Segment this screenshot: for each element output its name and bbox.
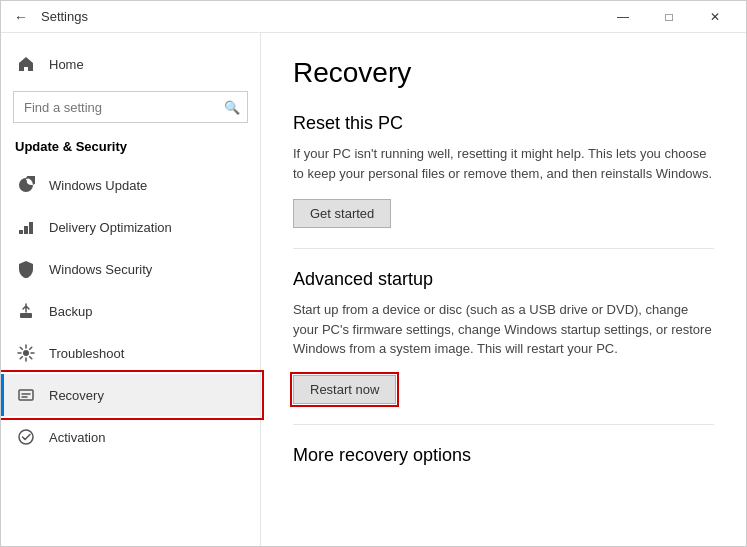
windows-update-label: Windows Update — [49, 178, 147, 193]
delivery-optimization-label: Delivery Optimization — [49, 220, 172, 235]
svg-rect-0 — [19, 230, 23, 234]
home-label: Home — [49, 57, 84, 72]
search-input[interactable] — [13, 91, 248, 123]
windows-security-icon — [15, 258, 37, 280]
main-content: Recovery Reset this PC If your PC isn't … — [261, 33, 746, 546]
maximize-button[interactable]: □ — [646, 1, 692, 33]
sidebar-item-troubleshoot[interactable]: Troubleshoot — [1, 332, 260, 374]
search-icon: 🔍 — [224, 100, 240, 115]
advanced-startup-desc: Start up from a device or disc (such as … — [293, 300, 714, 359]
sidebar-section-label: Update & Security — [1, 137, 260, 164]
sidebar-item-delivery-optimization[interactable]: Delivery Optimization — [1, 206, 260, 248]
more-recovery-title: More recovery options — [293, 445, 714, 466]
recovery-label: Recovery — [49, 388, 104, 403]
backup-label: Backup — [49, 304, 92, 319]
search-container: 🔍 — [13, 91, 248, 123]
window-controls: — □ ✕ — [600, 1, 738, 33]
svg-rect-3 — [20, 313, 32, 318]
svg-rect-1 — [24, 226, 28, 234]
window-title: Settings — [41, 9, 600, 24]
delivery-optimization-icon — [15, 216, 37, 238]
recovery-icon — [15, 384, 37, 406]
troubleshoot-icon — [15, 342, 37, 364]
svg-point-6 — [19, 430, 33, 444]
title-bar: ← Settings — □ ✕ — [1, 1, 746, 33]
sidebar-item-recovery[interactable]: Recovery — [1, 374, 260, 416]
sidebar-item-windows-update[interactable]: Windows Update — [1, 164, 260, 206]
advanced-startup-title: Advanced startup — [293, 269, 714, 290]
settings-window: ← Settings — □ ✕ Home 🔍 Update & Sec — [0, 0, 747, 547]
reset-pc-desc: If your PC isn't running well, resetting… — [293, 144, 714, 183]
activation-icon — [15, 426, 37, 448]
svg-point-4 — [23, 350, 29, 356]
page-title: Recovery — [293, 57, 714, 89]
sidebar-item-backup[interactable]: Backup — [1, 290, 260, 332]
reset-pc-title: Reset this PC — [293, 113, 714, 134]
windows-update-icon — [15, 174, 37, 196]
troubleshoot-label: Troubleshoot — [49, 346, 124, 361]
home-icon — [15, 53, 37, 75]
get-started-button[interactable]: Get started — [293, 199, 391, 228]
close-button[interactable]: ✕ — [692, 1, 738, 33]
sidebar-item-activation[interactable]: Activation — [1, 416, 260, 458]
content-area: Home 🔍 Update & Security Windows Update — [1, 33, 746, 546]
activation-label: Activation — [49, 430, 105, 445]
sidebar-item-windows-security[interactable]: Windows Security — [1, 248, 260, 290]
backup-icon — [15, 300, 37, 322]
minimize-button[interactable]: — — [600, 1, 646, 33]
svg-rect-5 — [19, 390, 33, 400]
svg-rect-2 — [29, 222, 33, 234]
restart-now-button[interactable]: Restart now — [293, 375, 396, 404]
sidebar: Home 🔍 Update & Security Windows Update — [1, 33, 261, 546]
sidebar-item-home[interactable]: Home — [1, 43, 260, 85]
back-button[interactable]: ← — [9, 5, 33, 29]
windows-security-label: Windows Security — [49, 262, 152, 277]
divider-2 — [293, 424, 714, 425]
divider-1 — [293, 248, 714, 249]
